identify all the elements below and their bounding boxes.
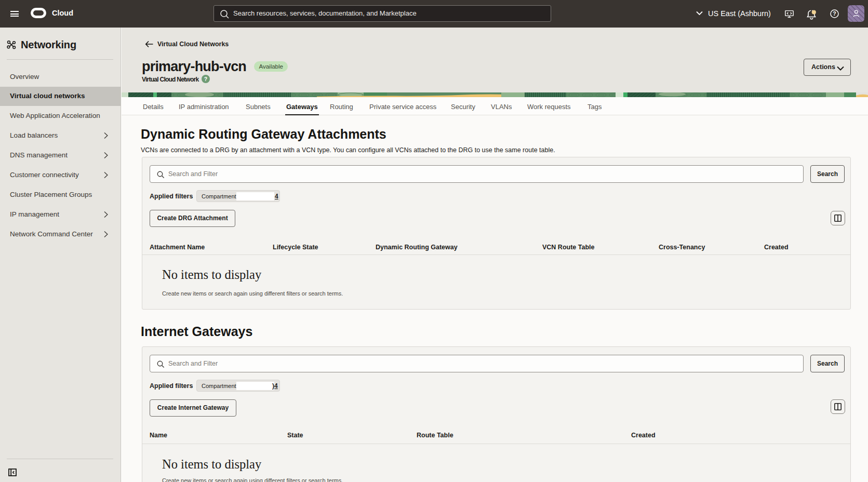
svg-text:?: ?	[833, 10, 836, 17]
